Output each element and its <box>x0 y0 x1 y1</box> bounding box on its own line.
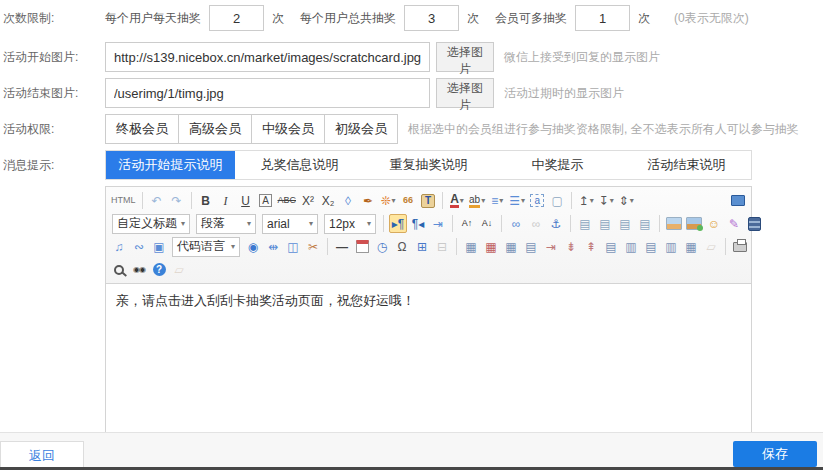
insert-image-icon[interactable] <box>665 214 683 233</box>
print-icon[interactable] <box>731 237 749 256</box>
tab-activity-end[interactable]: 活动结束说明 <box>622 151 751 179</box>
tab-win-tip[interactable]: 中奖提示 <box>493 151 622 179</box>
tab-repeat-draw[interactable]: 重复抽奖说明 <box>364 151 493 179</box>
delete-table-icon[interactable]: ▦ <box>482 237 500 256</box>
unordered-list-icon[interactable]: ☰▾ <box>508 191 526 210</box>
word-image-icon[interactable]: ▱ <box>702 237 720 256</box>
member-group-ultimate[interactable]: 终极会员 <box>105 114 179 144</box>
increase-font-size-icon[interactable]: A↑ <box>458 214 476 233</box>
save-button[interactable]: 保存 <box>733 441 817 467</box>
insert-video-icon[interactable] <box>745 214 763 233</box>
toolbar-row-3: ♫∾▣代码语言▾◉⇹◫✂—◷Ω⊞⊟▦▦▦▤⇥⇟⇞▤▥▤▥▦▱ <box>109 235 748 258</box>
back-button[interactable]: 返回 <box>0 441 84 470</box>
insert-music-icon[interactable]: ♫ <box>110 237 128 256</box>
map-icon[interactable]: ◉ <box>244 237 262 256</box>
indent-icon[interactable]: ⇥ <box>429 214 447 233</box>
emoticon-icon[interactable]: ☺ <box>705 214 723 233</box>
paragraph-space-top-icon[interactable]: ↥▾ <box>577 191 595 210</box>
attachment-icon[interactable]: ∾ <box>130 237 148 256</box>
clear-doc-icon[interactable]: ▢ <box>548 191 566 210</box>
screenshot-icon[interactable]: ✂ <box>304 237 322 256</box>
insert-form-icon[interactable]: ⊞ <box>413 237 431 256</box>
blockquote-button[interactable]: 66 <box>399 191 417 210</box>
permission-label: 活动权限: <box>0 121 105 138</box>
end-image-input[interactable] <box>105 78 430 108</box>
subscript-button[interactable]: X₂ <box>319 191 337 210</box>
table-title-icon[interactable]: ▦ <box>502 237 520 256</box>
align-right-icon[interactable]: ▤ <box>616 214 634 233</box>
format-painter-icon[interactable]: ✒ <box>359 191 377 210</box>
paste-plain-text-icon[interactable]: T <box>419 191 437 210</box>
member-extra-input[interactable] <box>575 5 630 31</box>
search-replace-icon[interactable]: ◉◉ <box>130 260 148 279</box>
page-break-icon[interactable]: ⇹ <box>264 237 282 256</box>
delete-col-icon[interactable]: ▥ <box>662 237 680 256</box>
align-justify-icon[interactable]: ▤ <box>636 214 654 233</box>
source-code-button[interactable]: HTML <box>110 191 137 210</box>
font-size-select[interactable]: 12px▾ <box>324 214 376 234</box>
font-color-button[interactable]: A▾ <box>448 191 466 210</box>
paragraph-space-bottom-icon[interactable]: ↧▾ <box>597 191 615 210</box>
link-icon[interactable]: ∞ <box>507 214 525 233</box>
image-manager-icon[interactable] <box>685 214 703 233</box>
total-input[interactable] <box>404 5 459 31</box>
superscript-button[interactable]: X² <box>299 191 317 210</box>
cite-icon[interactable]: ⊟ <box>433 237 451 256</box>
tab-redeem-info[interactable]: 兑奖信息说明 <box>235 151 364 179</box>
editor-content[interactable]: 亲，请点击进入刮刮卡抽奖活动页面，祝您好运哦！ <box>106 284 751 432</box>
iframe-icon[interactable]: ◫ <box>284 237 302 256</box>
select-all-button[interactable]: a <box>528 191 546 210</box>
help-icon[interactable]: ? <box>150 260 168 279</box>
special-chars-icon[interactable]: Ω <box>393 237 411 256</box>
insert-row-icon[interactable]: ▤ <box>602 237 620 256</box>
paragraph-format-select[interactable]: 段落▾ <box>196 214 256 234</box>
paste-icon[interactable]: ▱ <box>170 260 188 279</box>
insert-frame-icon[interactable]: ▣ <box>150 237 168 256</box>
horizontal-rule-icon[interactable]: — <box>333 237 351 256</box>
scrawl-icon[interactable]: ✎ <box>725 214 743 233</box>
decrease-font-size-icon[interactable]: A↓ <box>478 214 496 233</box>
align-left-icon[interactable]: ▤ <box>576 214 594 233</box>
insert-time-icon[interactable]: ◷ <box>373 237 391 256</box>
direction-rtl-icon[interactable]: ¶◂ <box>409 214 427 233</box>
delete-row-icon[interactable]: ▤ <box>642 237 660 256</box>
background-color-button[interactable]: ab▾ <box>468 191 486 210</box>
member-group-senior[interactable]: 高级会员 <box>178 114 252 144</box>
remove-format-icon[interactable]: ◊ <box>339 191 357 210</box>
member-group-middle[interactable]: 中级会员 <box>251 114 325 144</box>
font-border-button[interactable]: A <box>257 191 275 210</box>
italic-button[interactable]: I <box>217 191 235 210</box>
undo-icon[interactable]: ↶ <box>148 191 166 210</box>
anchor-icon[interactable]: ⚓ <box>547 214 565 233</box>
font-family-select[interactable]: arial▾ <box>262 214 318 234</box>
preview-icon[interactable] <box>110 260 128 279</box>
split-cell-icon[interactable]: ⇞ <box>582 237 600 256</box>
merge-cells-right-icon[interactable]: ⇥ <box>542 237 560 256</box>
direction-ltr-icon[interactable]: ▸¶ <box>389 214 407 233</box>
start-image-pick-button[interactable]: 选择图片 <box>436 42 494 72</box>
bold-button[interactable]: B <box>197 191 215 210</box>
rich-text-editor: HTML↶↷BIUAABCX²X₂◊✒❊▾66TA▾ab▾≡▾☰▾a▢↥▾↧▾⇕… <box>105 186 752 433</box>
fullscreen-icon[interactable] <box>729 191 747 210</box>
redo-icon[interactable]: ↷ <box>168 191 186 210</box>
align-center-icon[interactable]: ▤ <box>596 214 614 233</box>
merge-cells-down-icon[interactable]: ⇟ <box>562 237 580 256</box>
auto-typeset-icon[interactable]: ❊▾ <box>379 191 397 210</box>
tab-activity-start-tip[interactable]: 活动开始提示说明 <box>106 151 235 179</box>
custom-title-select[interactable]: 自定义标题▾ <box>112 214 190 234</box>
table-sort-icon[interactable]: ▦ <box>682 237 700 256</box>
table-caption-icon[interactable]: ▤ <box>522 237 540 256</box>
line-height-icon[interactable]: ⇕▾ <box>617 191 635 210</box>
per-day-input[interactable] <box>209 5 264 31</box>
member-group-junior[interactable]: 初级会员 <box>324 114 398 144</box>
start-image-input[interactable] <box>105 42 430 72</box>
strikethrough-button[interactable]: ABC <box>277 191 298 210</box>
code-language-select[interactable]: 代码语言▾ <box>172 237 240 257</box>
end-image-pick-button[interactable]: 选择图片 <box>436 78 494 108</box>
ordered-list-icon[interactable]: ≡▾ <box>488 191 506 210</box>
insert-table-icon[interactable]: ▦ <box>462 237 480 256</box>
insert-col-icon[interactable]: ▥ <box>622 237 640 256</box>
unlink-icon[interactable]: ∞ <box>527 214 545 233</box>
insert-date-icon[interactable] <box>353 237 371 256</box>
underline-button[interactable]: U <box>237 191 255 210</box>
